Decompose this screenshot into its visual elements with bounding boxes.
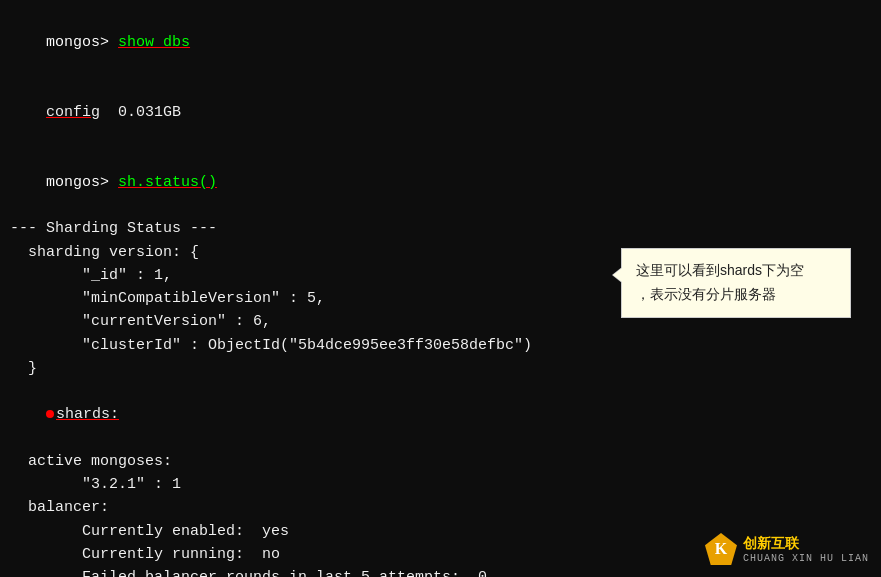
terminal-line: mongos> sh.status() (10, 148, 871, 218)
brand-logo: K 创新互联 CHUANG XIN HU LIAN (705, 533, 869, 565)
terminal-line: active mongoses: (10, 450, 871, 473)
terminal-window: mongos> show dbs config 0.031GB mongos> … (0, 0, 881, 577)
output-config: config (46, 104, 100, 121)
terminal-line: config 0.031GB (10, 78, 871, 148)
logo-text-block: 创新互联 CHUANG XIN HU LIAN (743, 535, 869, 564)
logo-icon: K (705, 533, 737, 565)
shards-label: shards: (56, 406, 119, 423)
terminal-line: --- Sharding Status --- (10, 217, 871, 240)
prompt: mongos> (46, 174, 118, 191)
prompt: mongos> (46, 34, 118, 51)
terminal-line: mongos> show dbs (10, 8, 871, 78)
logo-symbol: K (715, 540, 727, 558)
terminal-line-shards: shards: (10, 380, 871, 450)
terminal-line: "clusterId" : ObjectId("5b4dce995ee3ff30… (10, 334, 871, 357)
logo-sub-text: CHUANG XIN HU LIAN (743, 553, 869, 564)
callout-text-line1: 这里可以看到shards下为空 (636, 262, 804, 278)
command-sh-status: sh.status() (118, 174, 217, 191)
command-show-dbs: show dbs (118, 34, 190, 51)
terminal-line: } (10, 357, 871, 380)
terminal-line: "3.2.1" : 1 (10, 473, 871, 496)
red-dot-indicator (46, 410, 54, 418)
terminal-line: balancer: (10, 496, 871, 519)
terminal-line: Failed balancer rounds in last 5 attempt… (10, 566, 871, 577)
callout-annotation: 这里可以看到shards下为空 ，表示没有分片服务器 (621, 248, 851, 318)
callout-text-line2: ，表示没有分片服务器 (636, 286, 776, 302)
logo-main-text: 创新互联 (743, 535, 869, 553)
